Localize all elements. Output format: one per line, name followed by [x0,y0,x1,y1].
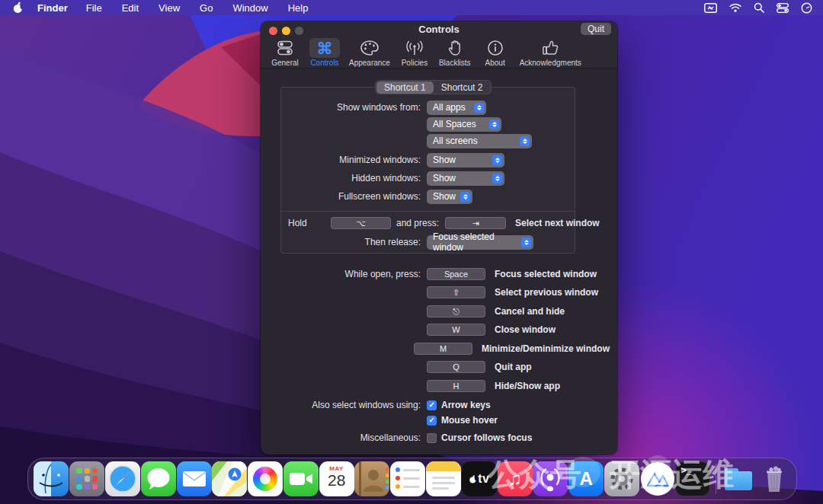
groupbox-separator [281,211,575,212]
mail-icon[interactable] [177,461,212,496]
stepper-icon [492,174,502,183]
menu-go[interactable]: Go [200,2,213,14]
toolbar-tab-about[interactable]: About [477,38,514,67]
menu-app-name[interactable]: Finder [37,2,68,14]
info-icon [480,38,511,58]
cursor-follows-focus-checkbox[interactable] [427,433,437,443]
appletv-icon[interactable]: tv [462,461,497,496]
downloads-folder-icon[interactable] [721,461,756,496]
toolbar-label: Acknowledgments [520,59,581,67]
podcasts-icon[interactable] [533,461,568,496]
toolbar-label: Blacklists [439,59,471,67]
dock-separator [716,464,716,494]
reminders-icon[interactable] [390,461,425,496]
miscellaneous-label: Miscellaneous: [280,432,421,443]
menu-window[interactable]: Window [232,2,267,14]
launchpad-icon[interactable] [69,461,104,496]
preferences-toolbar: General ⌘ Controls Appearance Policies B… [261,37,617,69]
minimized-windows-label: Minimized windows: [280,155,421,165]
toolbar-tab-acknowledgments[interactable]: Acknowledgments [517,38,584,67]
apple-logo-icon[interactable] [12,2,24,14]
while-open-label: While open, press: [280,269,421,279]
calendar-day: 28 [319,472,354,489]
stepper-icon [492,155,502,165]
select-next-window-label: Select next window [515,215,600,231]
photos-icon[interactable] [248,461,283,496]
toolbar-label: Controls [310,59,338,67]
settings-icon[interactable] [604,461,639,496]
hidden-windows-dropdown[interactable]: Show [427,171,504,186]
then-release-label: Then release: [280,237,421,247]
tab-shortcut-2[interactable]: Shortcut 2 [434,81,491,94]
title-bar[interactable]: Controls Quit [261,21,617,37]
display-icon[interactable] [704,3,717,13]
tab-shortcut-1[interactable]: Shortcut 1 [376,81,434,94]
facetime-icon[interactable] [283,461,319,496]
shift-key-button[interactable]: ⇧ [427,286,485,298]
arrow-keys-checkbox[interactable] [427,400,437,410]
mouse-hover-checkbox[interactable] [427,416,437,426]
toolbar-tab-general[interactable]: General [267,38,303,67]
m-key-button[interactable]: M [414,343,472,355]
toolbar-label: General [271,59,299,67]
toolbar-label: Policies [402,59,428,67]
show-windows-from-label: Show windows from: [280,102,421,113]
toolbar-tab-appearance[interactable]: Appearance [346,38,393,67]
music-icon[interactable]: ♫ [498,461,533,496]
tv-glyph: tv [478,472,489,486]
minimized-windows-dropdown[interactable]: Show [427,153,504,167]
maps-icon[interactable] [212,461,247,496]
palette-icon [354,38,385,58]
w-key-button[interactable]: W [427,324,485,336]
stepper-icon [520,136,530,146]
wifi-icon[interactable] [729,3,741,13]
press-key-recorder[interactable]: ⇥ [445,217,506,229]
terminal-icon[interactable]: >_ [675,461,710,496]
hidden-windows-label: Hidden windows: [280,173,421,183]
fullscreen-windows-dropdown[interactable]: Show [427,190,472,204]
toolbar-label: Appearance [349,59,390,67]
music-note-glyph: ♫ [508,468,522,490]
finder-icon[interactable] [34,461,69,496]
quit-button[interactable]: Quit [581,23,611,35]
dock: MAY 28 tv ♫ A >_ [27,458,797,500]
hand-icon [440,38,470,58]
screens-dropdown[interactable]: All screens [427,134,532,148]
toolbar-tab-policies[interactable]: Policies [396,38,433,67]
space-key-button[interactable]: Space [427,268,485,280]
menu-file[interactable]: File [86,2,102,14]
safari-icon[interactable] [105,461,140,496]
control-center-icon[interactable] [777,3,789,13]
stepper-icon [521,238,531,247]
watermark-ghost-icon [645,455,671,481]
fullscreen-windows-label: Fullscreen windows: [280,191,421,202]
hold-label: Hold [288,215,307,231]
menu-view[interactable]: View [159,2,180,14]
notes-icon[interactable] [426,461,461,496]
q-key-button[interactable]: Q [427,361,485,373]
watermark-ghost-icon [565,457,600,487]
controls-preferences-window: Controls Quit General ⌘ Controls Appeara… [261,21,617,455]
apps-dropdown[interactable]: All apps [427,100,486,115]
h-key-button[interactable]: H [427,380,485,392]
clock-icon[interactable] [801,2,812,14]
trash-icon[interactable] [757,461,792,496]
antenna-icon [399,38,430,58]
toolbar-label: About [485,59,505,67]
shortcut-tab-bar: Shortcut 1 Shortcut 2 [375,80,492,94]
terminal-prompt-glyph: >_ [680,466,691,477]
spaces-dropdown[interactable]: All Spaces [427,117,501,132]
menu-bar: Finder File Edit View Go Window Help [0,0,823,15]
toolbar-tab-blacklists[interactable]: Blacklists [436,38,474,67]
messages-icon[interactable] [141,461,176,496]
toolbar-tab-controls[interactable]: ⌘ Controls [306,38,343,67]
then-release-dropdown[interactable]: Focus selected window [427,235,533,250]
calendar-icon[interactable]: MAY 28 [319,461,354,496]
menu-edit[interactable]: Edit [122,2,139,14]
command-icon: ⌘ [309,38,340,58]
escape-key-button[interactable]: ⎋ [427,305,485,317]
search-icon[interactable] [754,2,764,13]
contacts-icon[interactable] [354,461,389,496]
stepper-icon [474,103,484,113]
menu-help[interactable]: Help [288,2,309,14]
